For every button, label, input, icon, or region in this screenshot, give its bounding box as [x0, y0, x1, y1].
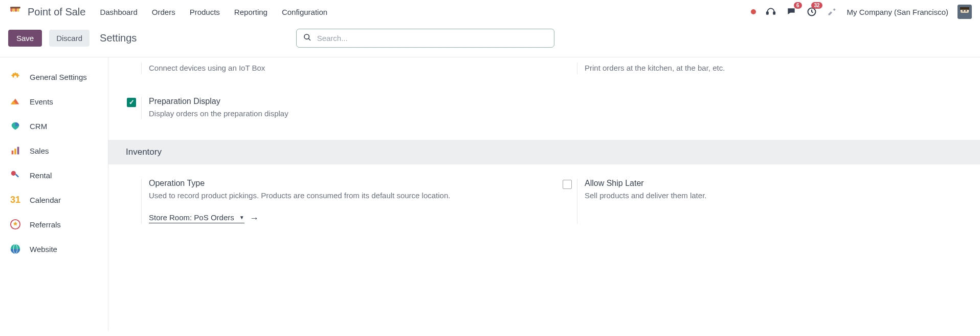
app-icon[interactable]	[8, 5, 23, 19]
sidebar-item-label: CRM	[30, 122, 47, 131]
svg-point-11	[14, 75, 17, 78]
allow-ship-later-checkbox[interactable]	[563, 180, 572, 189]
search-icon	[303, 33, 311, 44]
sidebar-item-label: Events	[30, 97, 53, 106]
setting-description: Used to record product pickings. Product…	[149, 190, 524, 202]
calendar-icon: 31	[9, 194, 21, 206]
messages-badge: 6	[794, 2, 802, 9]
nav-configuration[interactable]: Configuration	[282, 8, 327, 16]
setting-title: Preparation Display	[149, 97, 524, 106]
setting-description: Print orders at the kitchen, at the bar,…	[585, 62, 960, 74]
setting-description: Display orders on the preparation displa…	[149, 108, 524, 120]
page-title: Settings	[100, 32, 137, 44]
svg-line-10	[308, 38, 310, 40]
nav-links: Dashboard Orders Products Reporting Conf…	[100, 8, 327, 16]
svg-rect-2	[773, 12, 775, 14]
setting-row-iot: Connect devices using an IoT Box Print o…	[108, 57, 980, 87]
activities-badge: 32	[811, 2, 822, 9]
tools-icon[interactable]	[827, 6, 838, 17]
operation-type-select[interactable]: Store Room: PoS Orders ▼	[149, 213, 244, 223]
support-icon[interactable]	[765, 6, 776, 17]
referrals-icon	[9, 218, 21, 230]
setting-description: Sell products and deliver them later.	[585, 190, 960, 202]
nav-products[interactable]: Products	[190, 8, 220, 16]
events-icon	[9, 95, 21, 108]
svg-point-7	[966, 10, 967, 12]
sidebar-item-label: Website	[30, 245, 57, 254]
sales-icon	[9, 144, 21, 157]
nav-orders[interactable]: Orders	[152, 8, 175, 16]
sidebar-item-general[interactable]: General Settings	[0, 65, 108, 89]
svg-point-9	[304, 34, 309, 39]
activities-button[interactable]: 32	[806, 6, 817, 17]
caret-down-icon: ▼	[239, 215, 244, 220]
sidebar-item-events[interactable]: Events	[0, 89, 108, 114]
app-title[interactable]: Point of Sale	[28, 6, 85, 18]
setting-row-preparation-display: Preparation Display Display orders on th…	[108, 87, 980, 140]
search-wrap	[296, 29, 554, 48]
settings-content[interactable]: Connect devices using an IoT Box Print o…	[108, 57, 980, 331]
operation-type-value: Store Room: PoS Orders	[149, 213, 234, 222]
sidebar-item-label: Calendar	[30, 196, 61, 204]
company-selector[interactable]: My Company (San Francisco)	[847, 8, 948, 16]
sidebar-item-label: Referrals	[30, 220, 61, 229]
svg-rect-16	[15, 174, 19, 178]
sidebar-item-label: General Settings	[30, 73, 87, 81]
recording-indicator-icon	[751, 9, 756, 14]
sidebar-item-referrals[interactable]: Referrals	[0, 212, 108, 237]
user-avatar[interactable]	[957, 5, 972, 19]
svg-point-6	[963, 10, 964, 12]
gear-icon	[9, 71, 21, 83]
sidebar-item-calendar[interactable]: 31 Calendar	[0, 187, 108, 212]
section-header-inventory: Inventory	[108, 140, 980, 164]
save-button[interactable]: Save	[8, 30, 42, 47]
svg-point-15	[11, 171, 16, 176]
preparation-display-checkbox[interactable]	[127, 98, 136, 107]
nav-right: 6 32 My Company (San Francisco)	[751, 5, 972, 19]
svg-rect-12	[12, 151, 14, 154]
setting-title: Allow Ship Later	[585, 179, 960, 188]
nav-dashboard[interactable]: Dashboard	[100, 8, 137, 16]
top-navbar: Point of Sale Dashboard Orders Products …	[0, 0, 980, 24]
sidebar-item-label: Sales	[30, 146, 49, 155]
website-icon	[9, 243, 21, 255]
sidebar-item-label: Rental	[30, 171, 52, 180]
crm-icon	[9, 120, 21, 132]
svg-rect-13	[14, 149, 16, 154]
sidebar-item-website[interactable]: Website	[0, 237, 108, 261]
svg-rect-1	[766, 12, 768, 14]
sidebar-item-rental[interactable]: Rental	[0, 163, 108, 187]
setting-title: Operation Type	[149, 179, 524, 188]
rental-icon	[9, 169, 21, 181]
setting-row-inventory: Operation Type Used to record product pi…	[108, 179, 980, 236]
settings-sidebar: General Settings Events CRM Sales Rental…	[0, 57, 108, 331]
messages-button[interactable]: 6	[786, 6, 797, 17]
svg-rect-14	[17, 147, 19, 155]
svg-rect-8	[960, 7, 969, 10]
nav-reporting[interactable]: Reporting	[234, 8, 268, 16]
operation-type-field: Store Room: PoS Orders ▼ →	[149, 213, 524, 224]
search-input[interactable]	[296, 29, 554, 48]
discard-button[interactable]: Discard	[49, 30, 90, 47]
svg-rect-0	[10, 7, 20, 8]
control-bar: Save Discard Settings	[0, 24, 980, 57]
external-link-icon[interactable]: →	[250, 213, 259, 224]
setting-description: Connect devices using an IoT Box	[149, 62, 524, 74]
sidebar-item-sales[interactable]: Sales	[0, 138, 108, 163]
sidebar-item-crm[interactable]: CRM	[0, 114, 108, 138]
